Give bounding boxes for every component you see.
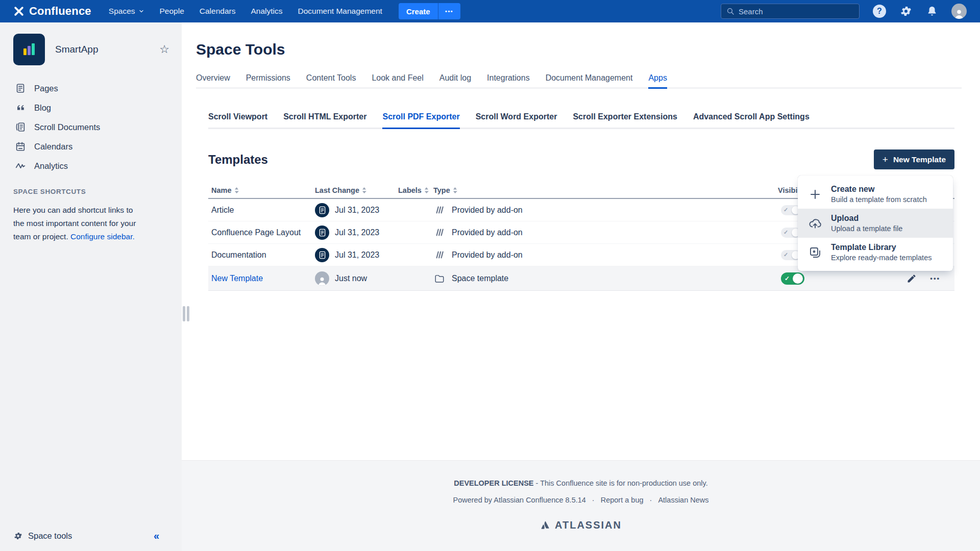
space-tools-gear-icon xyxy=(13,531,23,541)
atlassian-logo: ATLASSIAN xyxy=(182,519,980,531)
footer-links: Powered by Atlassian Confluence 8.5.14 ·… xyxy=(182,496,980,504)
sort-icon xyxy=(453,187,457,194)
configure-sidebar-link[interactable]: Configure sidebar. xyxy=(70,232,135,241)
main-area: Space Tools Overview Permissions Content… xyxy=(182,22,980,551)
sidebar-menu: Pages Blog Scroll Documents Calendars xyxy=(13,79,169,176)
sidebar-item-pages[interactable]: Pages xyxy=(13,79,169,98)
sort-icon xyxy=(424,187,429,194)
subtab-scroll-html-exporter[interactable]: Scroll HTML Exporter xyxy=(283,112,366,121)
create-button[interactable]: Create xyxy=(399,3,438,19)
search-input[interactable] xyxy=(739,7,854,16)
subtab-advanced-scroll-app-settings[interactable]: Advanced Scroll App Settings xyxy=(693,112,810,121)
type-value: Provided by add-on xyxy=(452,206,523,215)
user-avatar xyxy=(315,271,329,286)
scroll-documents-icon xyxy=(14,121,27,133)
subtab-scroll-exporter-extensions[interactable]: Scroll Exporter Extensions xyxy=(573,112,677,121)
create-more-button[interactable]: ••• xyxy=(438,3,460,19)
confluence-logo-icon xyxy=(13,6,24,17)
nav-document-management[interactable]: Document Management xyxy=(298,7,382,16)
template-name: Article xyxy=(208,206,313,215)
tab-document-management[interactable]: Document Management xyxy=(546,73,633,83)
type-value: Space template xyxy=(452,274,508,283)
tab-permissions[interactable]: Permissions xyxy=(246,73,290,83)
atlassian-mark-icon xyxy=(540,520,551,531)
template-name: Documentation xyxy=(208,251,313,260)
subtab-scroll-viewport[interactable]: Scroll Viewport xyxy=(208,112,267,121)
sort-icon xyxy=(362,187,366,194)
sidebar-item-scroll-documents[interactable]: Scroll Documents xyxy=(13,117,169,137)
sidebar-item-calendars[interactable]: Calendars xyxy=(13,137,169,156)
nav-analytics[interactable]: Analytics xyxy=(251,7,282,16)
space-shortcuts-title: SPACE SHORTCUTS xyxy=(13,188,169,195)
search-box[interactable] xyxy=(721,4,860,19)
plus-icon xyxy=(808,188,822,201)
user-avatar[interactable] xyxy=(951,4,967,19)
subtab-scroll-pdf-exporter[interactable]: Scroll PDF Exporter xyxy=(382,112,459,121)
more-dots-icon: ••• xyxy=(445,8,453,14)
sidebar-resize-handle[interactable] xyxy=(183,306,189,321)
last-change-value: Jul 31, 2023 xyxy=(335,251,379,260)
cloud-upload-icon xyxy=(808,217,822,230)
report-bug-link[interactable]: Report a bug xyxy=(601,496,644,504)
menu-item-create-new[interactable]: Create new Build a template from scratch xyxy=(798,180,953,209)
sidebar-footer: Space tools « xyxy=(0,524,182,547)
tab-apps[interactable]: Apps xyxy=(648,73,667,83)
template-name-link[interactable]: New Template xyxy=(211,274,263,283)
header-type[interactable]: Type xyxy=(433,186,457,194)
template-library-icon xyxy=(808,246,822,259)
atlassian-news-link[interactable]: Atlassian News xyxy=(658,496,708,504)
edit-pencil-icon[interactable] xyxy=(906,273,917,284)
type-value: Provided by add-on xyxy=(452,228,523,237)
settings-gear-icon[interactable] xyxy=(899,5,913,18)
last-change-value: Jul 31, 2023 xyxy=(335,228,379,237)
addon-avatar xyxy=(315,203,329,217)
header-labels[interactable]: Labels xyxy=(398,186,432,194)
pages-icon xyxy=(14,83,27,94)
addon-slashes-icon xyxy=(433,251,446,259)
tab-audit-log[interactable]: Audit log xyxy=(439,73,471,83)
last-change-value: Jul 31, 2023 xyxy=(335,206,379,215)
new-template-button[interactable]: + New Template xyxy=(874,149,954,169)
nav-calendars[interactable]: Calendars xyxy=(200,7,236,16)
sidebar-item-label: Pages xyxy=(34,84,58,93)
collapse-sidebar-button[interactable]: « xyxy=(154,531,159,541)
tab-integrations[interactable]: Integrations xyxy=(487,73,530,83)
menu-item-template-library[interactable]: Template Library Explore ready-made temp… xyxy=(798,238,953,267)
space-tools-label[interactable]: Space tools xyxy=(28,531,72,541)
sidebar-item-label: Blog xyxy=(34,103,51,113)
confluence-logo[interactable]: Confluence xyxy=(13,5,91,18)
favorite-star-icon[interactable]: ☆ xyxy=(159,44,169,55)
templates-heading: Templates xyxy=(208,153,268,167)
tab-look-and-feel[interactable]: Look and Feel xyxy=(372,73,423,83)
primary-nav: Spaces People Calendars Analytics Docume… xyxy=(109,7,398,16)
header-last-change[interactable]: Last Change xyxy=(315,186,366,194)
header-name[interactable]: Name xyxy=(211,186,313,194)
nav-spaces[interactable]: Spaces xyxy=(109,7,144,16)
nav-people[interactable]: People xyxy=(160,7,184,16)
help-icon[interactable]: ? xyxy=(873,5,886,18)
visibility-toggle-on[interactable]: ✓ xyxy=(781,272,804,285)
sidebar-item-label: Analytics xyxy=(34,161,68,171)
addon-slashes-icon xyxy=(433,206,446,214)
plus-icon: + xyxy=(883,155,888,164)
subtab-scroll-word-exporter[interactable]: Scroll Word Exporter xyxy=(476,112,557,121)
license-notice: DEVELOPER LICENSE - This Confluence site… xyxy=(182,461,980,487)
sidebar-item-analytics[interactable]: Analytics xyxy=(13,156,169,176)
folder-icon xyxy=(433,274,446,283)
menu-item-upload[interactable]: Upload Upload a template file xyxy=(798,209,953,238)
page-title: Space Tools xyxy=(196,41,962,58)
page-footer: DEVELOPER LICENSE - This Confluence site… xyxy=(182,460,980,551)
space-shortcuts-text: Here you can add shortcut links to the m… xyxy=(13,204,146,243)
row-more-icon[interactable]: ••• xyxy=(930,274,940,282)
tab-content-tools[interactable]: Content Tools xyxy=(306,73,356,83)
space-sidebar: SmartApp ☆ Pages Blog Scroll Document xyxy=(0,22,182,551)
tab-overview[interactable]: Overview xyxy=(196,73,230,83)
notifications-bell-icon[interactable] xyxy=(926,5,938,17)
addon-avatar xyxy=(315,248,329,262)
space-tools-tabs: Overview Permissions Content Tools Look … xyxy=(196,73,962,89)
create-button-group: Create ••• xyxy=(399,3,460,19)
top-navigation: Confluence Spaces People Calendars Analy… xyxy=(0,0,980,22)
new-template-dropdown: Create new Build a template from scratch… xyxy=(798,176,953,271)
template-name: Confluence Page Layout xyxy=(208,228,313,237)
sidebar-item-blog[interactable]: Blog xyxy=(13,98,169,117)
